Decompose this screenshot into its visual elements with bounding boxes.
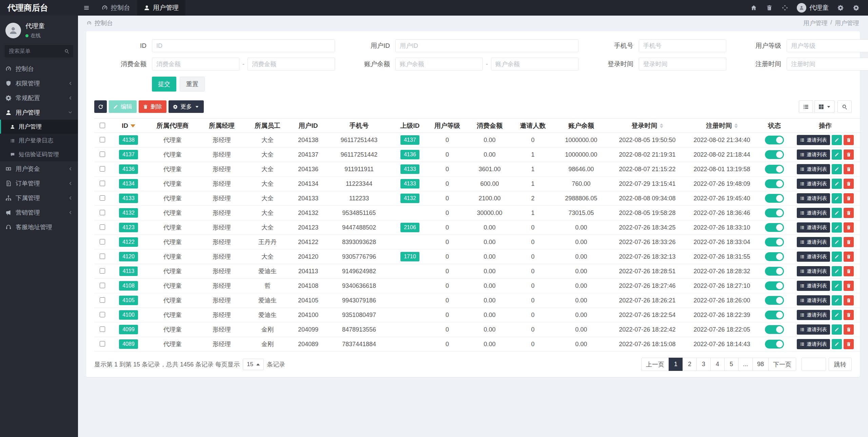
settings-button[interactable] [833,0,848,16]
jump-button[interactable]: 跳转 [829,358,852,371]
row-edit-button[interactable] [832,324,842,335]
jump-page-input[interactable] [802,358,826,371]
row-edit-button[interactable] [832,266,842,276]
tab-dashboard[interactable]: 控制台 [95,0,137,16]
page-number-button[interactable]: 2 [683,358,697,371]
invite-list-button[interactable]: 邀请列表 [797,339,830,349]
submit-button[interactable]: 提交 [152,77,176,92]
sidebar-item-user-login-log[interactable]: 用户登录日志 [0,134,78,147]
tab-user-management[interactable]: 用户管理 [137,0,185,16]
row-checkbox[interactable] [100,152,105,157]
invite-list-button[interactable]: 邀请列表 [797,266,830,276]
invite-list-button[interactable]: 邀请列表 [797,295,830,305]
edit-button[interactable]: 编辑 [109,100,137,113]
phone-input[interactable] [639,39,726,52]
row-checkbox[interactable] [100,297,105,303]
sidebar-item-support-address[interactable]: 客服地址管理 [0,220,78,234]
clear-cache-button[interactable] [762,0,777,16]
row-checkbox[interactable] [100,283,105,288]
row-delete-button[interactable] [844,310,854,320]
sidebar-item-dashboard[interactable]: 控制台 [0,61,78,76]
menu-search-input[interactable] [5,45,73,57]
row-edit-button[interactable] [832,193,842,203]
row-checkbox[interactable] [100,326,105,332]
level-input[interactable] [787,39,868,52]
invite-list-button[interactable]: 邀请列表 [797,150,830,160]
invite-list-button[interactable]: 邀请列表 [797,281,830,291]
user-id-input[interactable] [395,39,578,52]
invite-list-button[interactable]: 邀请列表 [797,310,830,320]
theme-settings-button[interactable] [848,0,864,16]
sidebar-item-orders[interactable]: 订单管理 [0,176,78,191]
select-all-checkbox[interactable] [100,123,105,128]
row-delete-button[interactable] [844,222,854,233]
columns-button[interactable] [814,100,835,113]
row-edit-button[interactable] [832,150,842,160]
status-toggle[interactable] [765,267,784,276]
status-toggle[interactable] [765,252,784,261]
sidebar-item-user-funds[interactable]: 用户资金 [0,161,78,176]
row-checkbox[interactable] [100,210,105,215]
row-edit-button[interactable] [832,310,842,320]
id-input[interactable] [152,39,335,52]
sidebar-item-subordinates[interactable]: 下属管理 [0,191,78,205]
page-number-button[interactable]: 98 [752,358,769,371]
status-toggle[interactable] [765,208,784,217]
breadcrumb-left[interactable]: 控制台 [95,19,113,27]
sidebar-item-user-management-list[interactable]: 用户管理 [0,120,78,134]
page-number-button[interactable]: ... [738,358,753,371]
per-page-select[interactable]: 15 [243,359,264,370]
search-toggle-button[interactable] [837,100,852,113]
status-toggle[interactable] [765,150,784,159]
row-checkbox[interactable] [100,239,105,244]
more-button[interactable]: 更多 [169,100,204,113]
row-delete-button[interactable] [844,252,854,262]
page-number-button[interactable]: 3 [696,358,711,371]
status-toggle[interactable] [765,311,784,319]
row-edit-button[interactable] [832,222,842,233]
row-delete-button[interactable] [844,193,854,203]
row-delete-button[interactable] [844,266,854,276]
avatar[interactable] [5,23,21,38]
row-delete-button[interactable] [844,295,854,305]
row-delete-button[interactable] [844,164,854,174]
row-delete-button[interactable] [844,281,854,291]
status-toggle[interactable] [765,238,784,246]
prev-page-button[interactable]: 上一页 [641,358,669,371]
invite-list-button[interactable]: 邀请列表 [797,179,830,189]
refresh-button[interactable] [94,100,107,113]
status-toggle[interactable] [765,165,784,174]
sidebar-item-sms-code-management[interactable]: 短信验证码管理 [0,147,78,161]
sidebar-item-general-config[interactable]: 常规配置 [0,91,78,105]
register-time-input[interactable] [787,58,868,71]
invite-list-button[interactable]: 邀请列表 [797,324,830,335]
row-checkbox[interactable] [100,254,105,259]
balance-min-input[interactable] [395,58,483,71]
row-checkbox[interactable] [100,312,105,317]
invite-list-button[interactable]: 邀请列表 [797,135,830,145]
balance-max-input[interactable] [491,58,578,71]
home-button[interactable] [746,0,762,16]
status-toggle[interactable] [765,340,784,349]
row-checkbox[interactable] [100,181,105,186]
row-delete-button[interactable] [844,339,854,349]
consume-max-input[interactable] [248,58,335,71]
row-edit-button[interactable] [832,164,842,174]
next-page-button[interactable]: 下一页 [768,358,796,371]
row-edit-button[interactable] [832,135,842,145]
delete-button[interactable]: 删除 [139,100,166,113]
fullscreen-button[interactable] [777,0,793,16]
column-header-id[interactable]: ID [110,119,147,133]
toggle-view-button[interactable] [799,100,813,113]
row-checkbox[interactable] [100,268,105,274]
row-checkbox[interactable] [100,341,105,346]
status-toggle[interactable] [765,325,784,334]
sidebar-toggle-button[interactable] [78,0,95,16]
status-toggle[interactable] [765,296,784,305]
status-toggle[interactable] [765,179,784,188]
page-number-button[interactable]: 1 [669,358,683,371]
invite-list-button[interactable]: 邀请列表 [797,193,830,203]
row-checkbox[interactable] [100,224,105,230]
status-toggle[interactable] [765,194,784,203]
invite-list-button[interactable]: 邀请列表 [797,237,830,247]
